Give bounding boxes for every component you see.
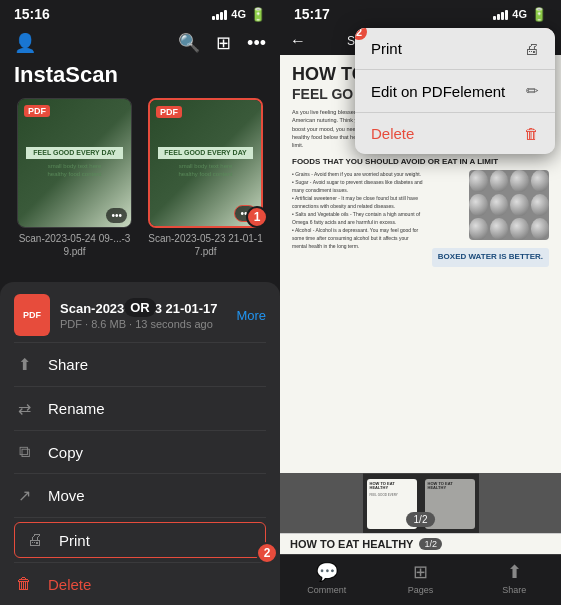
more-options-icon[interactable]: ••• (247, 32, 266, 54)
left-panel: 15:16 4G 🔋 👤 🔍 ⊞ ••• InstaScan FEEL GOOD… (0, 0, 280, 605)
dropdown-delete-icon: 🗑 (524, 125, 539, 142)
doc-col-right: BOXED WATER IS BETTER. (432, 170, 549, 270)
share-tab-label: Share (502, 585, 526, 595)
lemon-2 (490, 170, 509, 192)
thumb-body-2: small body text herehealthy food content (178, 163, 232, 179)
copy-icon: ⧉ (14, 443, 34, 461)
lemon-10 (490, 218, 509, 240)
bottom-thumbnail-strip: HOW TO EAT HEALTHY FEEL GOOD EVERY HOW T… (363, 473, 479, 533)
strip-title-2: HOW TO EAT HEALTHY (428, 482, 472, 492)
lemon-1 (469, 170, 488, 192)
menu-item-share[interactable]: ⬆ Share (0, 343, 280, 386)
back-icon[interactable]: ← (290, 32, 306, 50)
menu-item-print[interactable]: 🖨 Print (14, 522, 266, 558)
thumb-title-2: FEEL GOOD EVERY DAY (158, 147, 253, 159)
lemon-11 (510, 218, 529, 240)
lemon-3 (510, 170, 529, 192)
lemon-6 (490, 194, 509, 216)
lemon-12 (531, 218, 550, 240)
pdf-badge-1: PDF (24, 105, 50, 117)
doc-lemon-img (469, 170, 549, 240)
pdf-badge-2: PDF (156, 106, 182, 118)
dropdown-edit-icon: ✏ (526, 82, 539, 100)
left-status-bar: 15:16 4G 🔋 (0, 0, 280, 28)
dropdown-delete[interactable]: Delete 🗑 (355, 113, 555, 154)
left-nav-right-icons: 🔍 ⊞ ••• (178, 32, 266, 54)
dropdown-edit-label: Edit on PDFelement (371, 83, 505, 100)
dropdown-print-item: Print 🖨 2 (355, 28, 555, 70)
dropdown-print-icon: 🖨 (524, 40, 539, 57)
rename-icon: ⇄ (14, 399, 34, 418)
bottom-doc-title: HOW TO EAT HEALTHY (290, 538, 413, 550)
sheet-meta: PDF · 8.6 MB · 13 seconds ago (60, 318, 226, 330)
bottom-sheet: PDF Scan-2023-05-23 21-01-17 PDF · 8.6 M… (0, 282, 280, 605)
print-container: 🖨 Print 2 (0, 518, 280, 562)
bottom-title-bar: HOW TO EAT HEALTHY 1/2 (280, 533, 561, 554)
scan-thumb-1: FEEL GOOD EVERY DAY small body text here… (14, 98, 135, 258)
doc-col-left: • Grains - Avoid them if you are worried… (292, 170, 424, 270)
lemon-grid (469, 170, 549, 240)
lemon-9 (469, 218, 488, 240)
move-icon: ↗ (14, 486, 34, 505)
share-tab-icon: ⬆ (507, 561, 522, 583)
scans-grid: FEEL GOOD EVERY DAY small body text here… (0, 98, 280, 268)
right-status-icons: 4G 🔋 (493, 7, 547, 22)
menu-item-move[interactable]: ↗ Move (0, 474, 280, 517)
dropdown-edit[interactable]: Edit on PDFelement ✏ (355, 70, 555, 113)
profile-icon[interactable]: 👤 (14, 32, 36, 54)
or-label: OR (124, 298, 156, 317)
tab-pages[interactable]: ⊞ Pages (374, 561, 468, 595)
tab-share[interactable]: ⬆ Share (467, 561, 561, 595)
signal-type: 4G (231, 8, 246, 20)
lemon-4 (531, 170, 550, 192)
bottom-page-badge: 1/2 (419, 538, 442, 550)
lemon-5 (469, 194, 488, 216)
dropdown-delete-label: Delete (371, 125, 414, 142)
copy-label: Copy (48, 444, 83, 461)
battery-icon: 🔋 (250, 7, 266, 22)
lemon-8 (531, 194, 550, 216)
comment-label: Comment (307, 585, 346, 595)
doc-content-row: • Grains - Avoid them if you are worried… (292, 170, 549, 270)
delete-label: Delete (48, 576, 91, 593)
tab-comment[interactable]: 💬 Comment (280, 561, 374, 595)
comment-icon: 💬 (316, 561, 338, 583)
right-tab-bar: 💬 Comment ⊞ Pages ⬆ Share (280, 554, 561, 605)
share-label: Share (48, 356, 88, 373)
water-box: BOXED WATER IS BETTER. (432, 248, 549, 266)
doc-section: FOODS THAT YOU SHOULD AVOID OR EAT IN A … (292, 157, 549, 166)
pages-label: Pages (408, 585, 434, 595)
thumb-body-1: small body text herehealthy food content (47, 163, 101, 179)
thumb-dots-1[interactable]: ••• (106, 208, 127, 223)
thumb-label-1: Scan-2023-05-24 09-...-39.pdf (17, 232, 132, 258)
lemon-7 (510, 194, 529, 216)
doc-bullets: • Grains - Avoid them if you are worried… (292, 170, 424, 250)
thumb-label-2: Scan-2023-05-23 21-01-17.pdf (148, 232, 263, 258)
right-time: 15:17 (294, 6, 330, 22)
share-icon: ⬆ (14, 355, 34, 374)
menu-item-delete[interactable]: 🗑 Delete (0, 563, 280, 605)
r-signal-type: 4G (512, 8, 527, 20)
right-panel: 15:17 4G 🔋 ← Scan-2023-05-23 21-01-17 ••… (280, 0, 561, 605)
dropdown-print[interactable]: Print 🖨 (355, 28, 555, 70)
left-top-nav: 👤 🔍 ⊞ ••• (0, 28, 280, 62)
menu-item-copy[interactable]: ⧉ Copy (0, 431, 280, 473)
r-signal-bars (493, 8, 508, 20)
search-icon[interactable]: 🔍 (178, 32, 200, 54)
rename-label: Rename (48, 400, 105, 417)
print-icon: 🖨 (25, 531, 45, 549)
sheet-more-button[interactable]: More (236, 308, 266, 323)
scan-thumb-img-2[interactable]: FEEL GOOD EVERY DAY small body text here… (148, 98, 263, 228)
add-scan-icon[interactable]: ⊞ (216, 32, 231, 54)
sheet-pdf-icon: PDF (14, 294, 50, 336)
menu-item-rename[interactable]: ⇄ Rename (0, 387, 280, 430)
app-title: InstaScan (0, 62, 280, 98)
badge-1: 1 (246, 206, 268, 228)
right-status-bar: 15:17 4G 🔋 (280, 0, 561, 28)
scan-thumb-2: FEEL GOOD EVERY DAY small body text here… (145, 98, 266, 258)
dropdown-print-label: Print (371, 40, 402, 57)
scan-thumb-img-1[interactable]: FEEL GOOD EVERY DAY small body text here… (17, 98, 132, 228)
delete-icon: 🗑 (14, 575, 34, 593)
signal-bars (212, 8, 227, 20)
page-indicator: 1/2 (406, 512, 436, 527)
